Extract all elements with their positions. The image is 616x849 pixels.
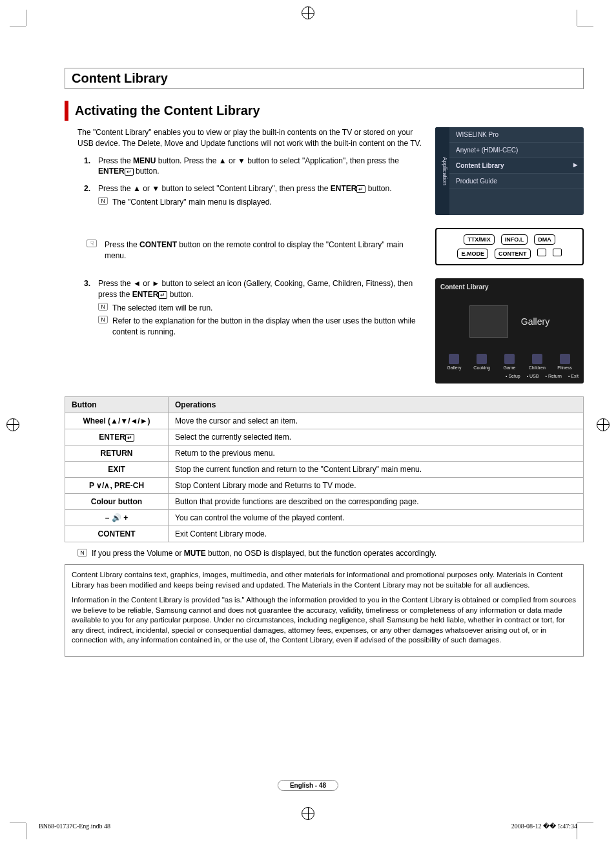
step-1: 1. Press the MENU button. Press the ▲ or… (84, 156, 422, 178)
subsection-title: Activating the Content Library (75, 101, 260, 121)
clib-cat-game: Game (496, 354, 524, 370)
remote-btn-ttxmix: TTX/MIX (464, 234, 495, 245)
remote-blank-icon (553, 249, 562, 256)
clib-footer-usb: USB (527, 374, 539, 378)
clib-title: Content Library (440, 283, 579, 291)
osd-application-menu: Application WISELINK Pro Anynet+ (HDMI-C… (435, 127, 584, 215)
clib-footer-return: Return (546, 374, 562, 378)
operations-table: Button Operations Wheel (▲/▼/◄/►)Move th… (65, 396, 584, 542)
registration-mark-icon (302, 6, 314, 19)
remote-icon: ☟ (87, 240, 97, 247)
volume-note: N If you press the Volume or MUTE button… (77, 549, 584, 558)
button-cell: ENTER↵ (65, 429, 169, 445)
osd-item: Product Guide (449, 174, 584, 189)
legal-notice-box: Content Library contains text, graphics,… (65, 564, 584, 657)
button-cell: EXIT (65, 462, 169, 478)
remote-blank-icon (537, 249, 546, 256)
remote-btn-emode: E.MODE (457, 249, 488, 259)
operation-cell: Stop the current function and return to … (169, 462, 584, 478)
note-icon: N (98, 197, 108, 205)
legal-p2: Information in the Content Library is pr… (72, 595, 577, 646)
osd-tab-label: Application (435, 127, 449, 215)
button-cell: P ∨/∧, PRE-CH (65, 478, 169, 494)
th-button: Button (65, 397, 169, 413)
table-row: Colour buttonButton that provide functio… (65, 494, 584, 510)
remote-shortcut-note: ☟ Press the CONTENT button on the remote… (77, 240, 422, 261)
button-cell: RETURN (65, 445, 169, 462)
clib-thumbnail (469, 305, 508, 338)
operation-cell: Exit Content Library mode. (169, 526, 584, 542)
registration-mark-icon (302, 807, 314, 820)
page-footer: English - 48 (278, 780, 338, 791)
operation-cell: Move the cursor and select an item. (169, 413, 584, 429)
print-footer-right: 2008-08-12 �� 5:47:34 (511, 823, 577, 830)
clib-cat-gallery: Gallery (440, 354, 468, 370)
table-row: Wheel (▲/▼/◄/►)Move the cursor and selec… (65, 413, 584, 429)
note-icon: N (98, 316, 108, 323)
operation-cell: Stop Content Library mode and Returns to… (169, 478, 584, 494)
button-cell: – 🔊 + (65, 510, 169, 526)
operation-cell: Select the currently selected item. (169, 429, 584, 445)
accent-bar (65, 101, 68, 121)
button-cell: Colour button (65, 494, 169, 510)
clib-cat-fitness: Fitness (551, 354, 579, 370)
osd-item-selected: Content Library (449, 158, 584, 174)
osd-item: Anynet+ (HDMI-CEC) (449, 143, 584, 158)
button-cell: Wheel (▲/▼/◄/►) (65, 413, 169, 429)
table-row: RETURNReturn to the previous menu. (65, 445, 584, 462)
operation-cell: You can control the volume of the played… (169, 510, 584, 526)
clib-cat-children: Children (523, 354, 551, 370)
table-row: CONTENTExit Content Library mode. (65, 526, 584, 542)
table-row: ENTER↵Select the currently selected item… (65, 429, 584, 445)
remote-btn-dma: DMA (534, 234, 555, 245)
operation-cell: Return to the previous menu. (169, 445, 584, 462)
button-cell: CONTENT (65, 526, 169, 542)
content-library-preview: Content Library Gallery Gallery Cooking … (435, 278, 584, 384)
remote-buttons-illustration: TTX/MIX INFO.L DMA E.MODE CONTENT (435, 228, 584, 265)
print-footer-left: BN68-01737C-Eng.indb 48 (39, 823, 110, 830)
osd-item: WISELINK Pro (449, 127, 584, 143)
step-3: 3. Press the ◄ or ► button to select an … (84, 278, 422, 338)
note-icon: N (77, 549, 87, 557)
enter-icon: ↵ (125, 168, 134, 176)
clib-footer-setup: Setup (506, 374, 520, 378)
clib-cat-cooking: Cooking (468, 354, 496, 370)
table-row: EXITStop the current function and return… (65, 462, 584, 478)
th-operations: Operations (169, 397, 584, 413)
intro-text: The "Content Library" enables you to vie… (77, 127, 422, 149)
table-row: P ∨/∧, PRE-CHStop Content Library mode a… (65, 478, 584, 494)
legal-p1: Content Library contains text, graphics,… (72, 570, 577, 590)
section-title: Content Library (72, 71, 577, 86)
step-2: 2. Press the ▲ or ▼ button to select "Co… (84, 183, 422, 208)
enter-icon: ↵ (356, 185, 365, 193)
remote-btn-content: CONTENT (495, 249, 531, 259)
clib-main-label: Gallery (521, 316, 549, 327)
registration-mark-icon (597, 418, 610, 431)
remote-btn-info: INFO.L (501, 234, 528, 245)
operation-cell: Button that provide functions are descri… (169, 494, 584, 510)
clib-footer-exit: Exit (568, 374, 579, 378)
section-title-box: Content Library (65, 68, 584, 89)
enter-icon: ↵ (158, 291, 167, 299)
table-row: – 🔊 +You can control the volume of the p… (65, 510, 584, 526)
registration-mark-icon (6, 418, 19, 431)
print-footer: BN68-01737C-Eng.indb 48 2008-08-12 �� 5:… (39, 823, 577, 830)
note-icon: N (98, 303, 108, 311)
